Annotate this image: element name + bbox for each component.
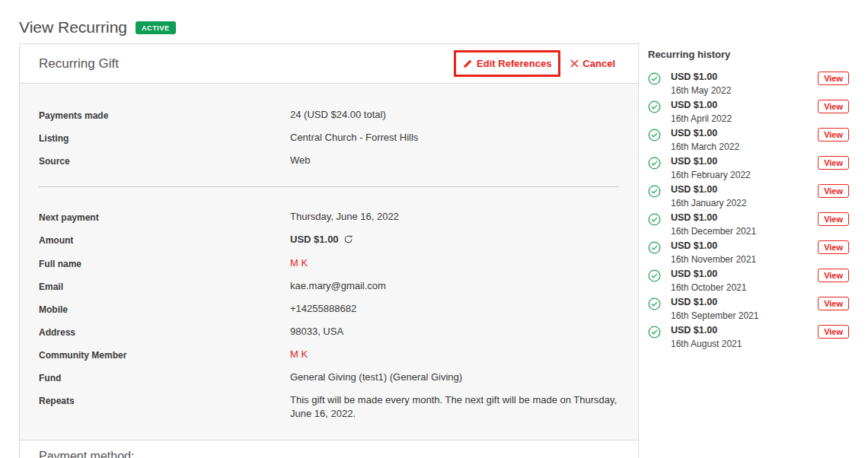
- check-circle-icon: [648, 241, 661, 254]
- history-item-text: USD $1.00 16th February 2022: [671, 156, 818, 180]
- field-value: M K: [290, 256, 308, 271]
- field-row: Full name M K: [39, 256, 619, 271]
- history-amount: USD $1.00: [671, 240, 818, 252]
- history-amount: USD $1.00: [671, 269, 818, 280]
- edit-references-button[interactable]: Edit References: [463, 58, 551, 69]
- view-button[interactable]: View: [818, 128, 849, 142]
- view-button[interactable]: View: [818, 184, 849, 198]
- history-item: USD $1.00 16th May 2022 View: [648, 72, 849, 96]
- history-date: 16th September 2021: [671, 310, 818, 321]
- view-button[interactable]: View: [818, 156, 849, 170]
- history-item: USD $1.00 16th October 2021 View: [648, 269, 849, 293]
- check-circle-icon: [648, 100, 661, 113]
- status-badge: ACTIVE: [136, 21, 176, 34]
- view-button[interactable]: View: [818, 325, 849, 339]
- cancel-button[interactable]: Cancel: [570, 58, 615, 69]
- field-row: Mobile +14255888682: [39, 302, 619, 316]
- field-label: Amount: [39, 233, 290, 248]
- field-value-text[interactable]: M K: [290, 257, 308, 269]
- check-circle-icon: [648, 157, 661, 170]
- page-title: View Recurring: [19, 18, 127, 37]
- field-value: Central Church - Forrest Hills: [290, 131, 418, 145]
- field-value-text: 98033, USA: [290, 326, 343, 337]
- field-label: Listing: [39, 131, 290, 145]
- history-date: 16th October 2021: [671, 282, 818, 293]
- recurring-gift-card: Recurring Gift Edit References Cancel Pa…: [19, 43, 639, 458]
- history-item: USD $1.00 16th March 2022 View: [648, 128, 849, 152]
- field-value-text: Central Church - Forrest Hills: [290, 132, 418, 143]
- history-item-text: USD $1.00 16th December 2021: [671, 212, 818, 237]
- field-value: Thursday, June 16, 2022: [290, 210, 399, 224]
- view-button[interactable]: View: [818, 240, 849, 254]
- field-value-text: USD $1.00: [290, 234, 339, 245]
- field-value-text[interactable]: M K: [290, 348, 308, 360]
- history-amount: USD $1.00: [671, 128, 818, 139]
- check-circle-icon: [648, 297, 661, 310]
- field-row: Amount USD $1.00: [39, 233, 619, 248]
- history-item: USD $1.00 16th December 2021 View: [648, 212, 849, 237]
- payment-method-title: Payment method:: [39, 450, 134, 458]
- history-date: 16th February 2022: [671, 170, 818, 180]
- card-title: Recurring Gift: [39, 56, 454, 72]
- history-item-text: USD $1.00 16th September 2021: [671, 297, 818, 321]
- field-value: 24 (USD $24.00 total): [290, 108, 386, 122]
- history-date: 16th May 2022: [671, 85, 818, 96]
- check-circle-icon: [648, 129, 661, 142]
- field-label: Source: [39, 154, 290, 168]
- view-button[interactable]: View: [818, 212, 849, 226]
- view-button[interactable]: View: [818, 72, 849, 85]
- check-circle-icon: [648, 269, 661, 282]
- history-item: USD $1.00 16th February 2022 View: [648, 156, 849, 180]
- history-amount: USD $1.00: [671, 184, 818, 196]
- view-button[interactable]: View: [818, 100, 849, 113]
- history-date: 16th November 2021: [671, 254, 818, 265]
- recurring-history-panel: Recurring history USD $1.00 16th May 202…: [648, 49, 849, 353]
- field-value: 98033, USA: [290, 325, 343, 339]
- history-item: USD $1.00 16th November 2021 View: [648, 240, 849, 265]
- history-item-text: USD $1.00 16th October 2021: [671, 269, 818, 293]
- history-amount: USD $1.00: [671, 212, 818, 224]
- view-button[interactable]: View: [818, 297, 849, 310]
- recurring-refresh-icon: [343, 234, 353, 248]
- history-amount: USD $1.00: [671, 297, 818, 308]
- check-circle-icon: [648, 185, 661, 198]
- field-value-text: kae.mary@gmail.com: [290, 280, 386, 291]
- history-item-text: USD $1.00 16th November 2021: [671, 240, 818, 265]
- field-group-2: Next payment Thursday, June 16, 2022 Amo…: [39, 210, 619, 421]
- gift-details: Payments made 24 (USD $24.00 total) List…: [20, 84, 638, 441]
- field-row: Address 98033, USA: [39, 325, 619, 339]
- page-header: View Recurring ACTIVE: [19, 18, 176, 37]
- field-row: Fund General Giving (test1) (General Giv…: [39, 371, 619, 385]
- field-label: Next payment: [39, 210, 290, 224]
- field-label: Full name: [39, 256, 290, 271]
- field-value: +14255888682: [290, 302, 356, 316]
- check-circle-icon: [648, 213, 661, 226]
- pencil-icon: [463, 59, 472, 68]
- section-divider: [39, 186, 619, 187]
- x-icon: [570, 59, 579, 68]
- history-item-text: USD $1.00 16th May 2022: [671, 72, 818, 96]
- field-label: Email: [39, 279, 290, 294]
- history-item-text: USD $1.00 16th August 2021: [671, 325, 818, 349]
- field-value-text: General Giving (test1) (General Giving): [290, 371, 462, 383]
- field-value-text: Thursday, June 16, 2022: [290, 211, 399, 222]
- history-item: USD $1.00 16th January 2022 View: [648, 184, 849, 208]
- recurring-history-list: USD $1.00 16th May 2022 View USD $1.00 1…: [648, 72, 849, 349]
- field-row: Email kae.mary@gmail.com: [39, 279, 619, 294]
- field-label: Repeats: [39, 393, 290, 421]
- history-amount: USD $1.00: [671, 156, 818, 167]
- cancel-label: Cancel: [582, 58, 615, 69]
- field-label: Mobile: [39, 302, 290, 316]
- history-item: USD $1.00 16th August 2021 View: [648, 325, 849, 349]
- history-item: USD $1.00 16th April 2022 View: [648, 100, 849, 124]
- field-label: Community Member: [39, 348, 290, 362]
- history-amount: USD $1.00: [671, 325, 818, 336]
- history-item: USD $1.00 16th September 2021 View: [648, 297, 849, 321]
- field-value: M K: [290, 348, 308, 362]
- field-label: Address: [39, 325, 290, 339]
- view-button[interactable]: View: [818, 269, 849, 282]
- field-value: USD $1.00: [290, 233, 353, 248]
- field-row: Repeats This gift will be made every mon…: [39, 393, 619, 421]
- history-date: 16th March 2022: [671, 142, 818, 152]
- field-row: Listing Central Church - Forrest Hills: [39, 131, 619, 145]
